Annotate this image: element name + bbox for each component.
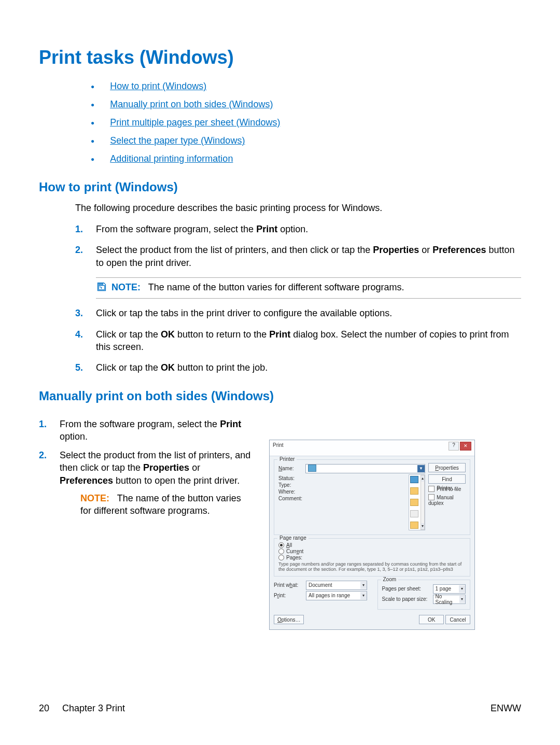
properties-button[interactable]: Properties [428,463,466,472]
pages-per-sheet-label: Pages per sheet: [382,586,430,592]
note-callout: NOTE: The name of the button varies for … [96,277,521,299]
note-prefix: NOTE: [111,282,141,292]
section-heading: Manually print on both sides (Windows) [39,389,521,403]
print-what-select[interactable]: Document▾ [306,581,367,590]
print-to-file-checkbox[interactable]: Print to file [428,486,466,492]
group-legend: Zoom [381,577,399,582]
radio-current[interactable]: Current [278,549,466,554]
find-printer-button[interactable]: Find Printer… [428,474,466,484]
arrow-down-icon: ▾ [421,523,424,529]
print-label: Print: [274,593,303,598]
scale-label: Scale to paper size: [382,596,430,602]
printer-name-select[interactable]: ▼ [305,464,425,473]
type-label: Type: [278,482,302,488]
toc-link[interactable]: Additional printing information [110,153,233,164]
section-heading: How to print (Windows) [39,180,521,194]
steps-list: From the software program, select the Pr… [39,418,254,517]
manual-duplex-checkbox[interactable]: Manual duplex [428,494,466,506]
where-label: Where: [278,489,302,495]
print-dialog: Print ? ✕ Printer Name: [269,440,475,630]
options-button[interactable]: Options… [274,615,304,624]
pagerange-hint: Type page numbers and/or page ranges sep… [278,561,466,572]
note-icon [96,282,107,295]
radio-all[interactable]: All [278,542,466,548]
printer-group: Printer Name: ▼ [274,459,470,535]
printer-icon [410,522,418,529]
section-intro: The following procedure describes the ba… [75,202,521,215]
printer-icon [410,476,418,483]
ok-button[interactable]: OK [419,615,444,624]
steps-list-cont: Click or tap the tabs in the print drive… [75,307,521,374]
steps-list: From the software program, select the Pr… [75,223,521,269]
chapter-label: Chapter 3 Print [62,703,125,713]
group-legend: Page range [277,535,309,541]
step: Select the product from the list of prin… [39,449,254,517]
pages-per-sheet-select[interactable]: 1 page▾ [433,584,466,594]
toc-link[interactable]: Select the paper type (Windows) [110,135,245,146]
radio-pages[interactable]: Pages: [278,555,466,560]
status-label: Status: [278,475,302,481]
step: Select the product from the list of prin… [75,244,521,269]
dialog-title: Print [273,442,284,448]
printer-icon [308,465,316,472]
note-prefix: NOTE: [80,493,109,503]
scrollbar[interactable]: ▴ ▾ [421,475,425,530]
cancel-button[interactable]: Cancel [445,615,470,624]
footer-right: ENWW [491,703,521,714]
name-label: Name: [278,466,302,471]
step: From the software program, select the Pr… [39,418,254,443]
page-title: Print tasks (Windows) [39,47,521,68]
page-number: 20 [39,703,49,713]
toc-link[interactable]: Print multiple pages per sheet (Windows) [110,117,280,128]
group-legend: Printer [277,456,297,462]
toc-link[interactable]: How to print (Windows) [110,81,206,91]
toc-link[interactable]: Manually print on both sides (Windows) [110,99,273,109]
step: From the software program, select the Pr… [75,223,521,235]
page-footer: 20 Chapter 3 Print ENWW [39,703,521,714]
arrow-up-icon: ▴ [421,475,424,482]
close-button[interactable]: ✕ [460,442,471,451]
dropdown-arrow-icon: ▼ [417,465,425,472]
printer-icon [410,510,418,517]
pagerange-group: Page range All Current Pages: Type page … [274,538,470,577]
table-of-contents: How to print (Windows) Manually print on… [91,81,521,164]
printer-icon [410,487,418,495]
scale-select[interactable]: No Scaling▾ [433,595,466,604]
print-range-select[interactable]: All pages in range▾ [306,591,367,600]
print-what-label: Print what: [274,582,303,588]
printer-icon [410,499,418,506]
help-button[interactable]: ? [449,442,459,451]
step: Click or tap the OK button to print the … [75,361,521,374]
step: Click or tap the tabs in the print drive… [75,307,521,319]
note-text: The name of the button varies for differ… [148,282,404,292]
step: Click or tap the OK button to return to … [75,328,521,354]
dialog-titlebar: Print ? ✕ [270,440,474,456]
comment-label: Comment: [278,496,302,501]
